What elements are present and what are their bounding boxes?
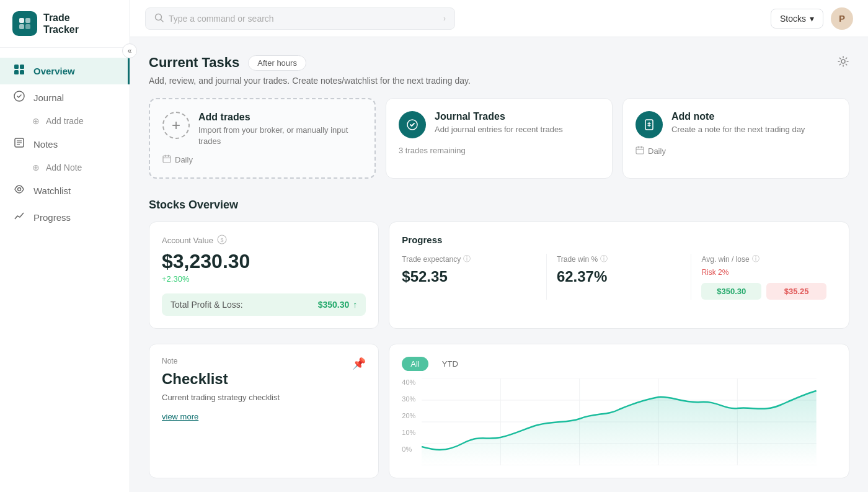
svg-rect-17: [163, 156, 170, 163]
add-trades-title: Add trades: [198, 112, 362, 123]
task-card-add-trades[interactable]: + Add trades Import from your broker, or…: [149, 98, 376, 179]
win-bar: $350.30: [701, 283, 761, 300]
chart-area: 40% 30% 20% 10% 0%: [402, 378, 836, 465]
sidebar-item-journal[interactable]: Journal: [0, 84, 130, 111]
svg-rect-1: [25, 18, 30, 23]
main-area: › Stocks ▾ P Current Tasks After hours A…: [130, 0, 868, 492]
chart-label-20: 20%: [402, 412, 415, 419]
add-trades-plus-icon: +: [162, 112, 190, 139]
task-card-add-note[interactable]: Add note Create a note for the next trad…: [622, 98, 849, 179]
account-value-card: Account Value $ $3,230.30 +2.30% Total P…: [149, 221, 379, 329]
metric-avg-sub: Risk 2%: [701, 268, 826, 277]
chart-tab-all[interactable]: All: [402, 357, 428, 371]
svg-rect-5: [20, 65, 24, 69]
metric-avg-win-lose: Avg. win / lose ⓘ Risk 2% $350.30 $35.25: [691, 254, 836, 300]
svg-point-13: [18, 188, 21, 191]
current-tasks-desc: Add, review, and journal your trades. Cr…: [149, 76, 849, 86]
info-icon-1: ⓘ: [463, 254, 471, 264]
add-trades-footer-text: Daily: [175, 155, 193, 164]
avatar[interactable]: P: [831, 7, 853, 30]
current-tasks-title: Current Tasks: [149, 55, 239, 71]
sidebar-item-progress[interactable]: Progress: [0, 204, 130, 231]
lose-bar: $35.25: [766, 283, 826, 300]
journal-icon: [12, 91, 26, 105]
sidebar-item-add-trade[interactable]: ⊕ Add trade: [0, 111, 130, 131]
settings-button[interactable]: [837, 55, 849, 71]
trades-remaining-text: 3 trades remaining: [399, 146, 466, 155]
search-input[interactable]: [169, 14, 438, 24]
view-more-link[interactable]: view more: [162, 412, 366, 421]
pnl-label: Total Profit & Loss:: [170, 300, 243, 310]
chart-svg: [402, 378, 817, 465]
logo-text-line2: Tracker: [43, 24, 79, 35]
logo-area: Trade Tracker: [0, 0, 130, 48]
chart-y-labels: 40% 30% 20% 10% 0%: [402, 378, 420, 453]
task-card-header-add-trades: + Add trades Import from your broker, or…: [162, 112, 362, 147]
progress-card: Progress Trade expectancy ⓘ $52.35: [389, 221, 849, 329]
chart-tab-ytd[interactable]: YTD: [433, 357, 467, 371]
note-desc: Current trading strategy checklist: [162, 393, 366, 402]
watchlist-icon: [12, 184, 26, 198]
metric-avg-label: Avg. win / lose ⓘ: [701, 254, 826, 264]
stocks-dropdown[interactable]: Stocks ▾: [771, 9, 823, 29]
progress-card-title: Progress: [402, 235, 836, 245]
task-card-header-add-note: Add note Create a note for the next trad…: [636, 111, 836, 138]
chart-label-10: 10%: [402, 429, 415, 436]
journal-trades-icon: [399, 111, 426, 138]
sidebar-item-add-note[interactable]: ⊕ Add Note: [0, 158, 130, 177]
bottom-cards-grid: Note 📌 Checklist Current trading strateg…: [149, 344, 849, 478]
task-card-journal-trades[interactable]: Journal Trades Add journal entries for r…: [386, 98, 613, 179]
chart-label-40: 40%: [402, 378, 415, 386]
note-type-label: Note: [162, 357, 177, 365]
note-card-header: Note 📌: [162, 357, 366, 370]
chart-tabs: All YTD: [402, 357, 836, 371]
metric-bars: $350.30 $35.25: [701, 283, 826, 300]
account-change-pct: +2.30%: [162, 274, 366, 284]
note-title: Checklist: [162, 370, 366, 388]
overview-icon: [12, 64, 26, 78]
overview-cards-grid: Account Value $ $3,230.30 +2.30% Total P…: [149, 221, 849, 329]
chevron-down-icon: ▾: [810, 14, 814, 24]
metric-expectancy-value: $52.35: [402, 268, 536, 285]
search-icon: [154, 13, 164, 24]
sidebar-item-label-watchlist: Watchlist: [33, 186, 71, 196]
pnl-bar: Total Profit & Loss: $350.30 ↑: [162, 293, 366, 316]
metric-expectancy-label: Trade expectancy ⓘ: [402, 254, 536, 264]
task-card-header-journal: Journal Trades Add journal entries for r…: [399, 111, 600, 138]
progress-icon: [12, 210, 26, 225]
sidebar: Trade Tracker « Overview: [0, 0, 130, 492]
note-card: Note 📌 Checklist Current trading strateg…: [149, 344, 379, 478]
account-value-label: Account Value $: [162, 235, 366, 246]
metric-trade-win: Trade win % ⓘ 62.37%: [547, 254, 692, 300]
journal-trades-title: Journal Trades: [435, 111, 563, 122]
svg-rect-0: [19, 18, 24, 23]
info-icon-2: ⓘ: [600, 254, 608, 264]
svg-rect-3: [25, 24, 30, 29]
add-note-icon-circle: [636, 111, 663, 138]
sidebar-item-watchlist[interactable]: Watchlist: [0, 177, 130, 204]
svg-rect-7: [20, 70, 24, 74]
chart-label-30: 30%: [402, 395, 415, 403]
sidebar-item-notes[interactable]: Notes: [0, 131, 130, 158]
metric-win-label: Trade win % ⓘ: [557, 254, 681, 264]
pnl-up-arrow: ↑: [353, 300, 357, 310]
add-note-footer-text: Daily: [648, 146, 666, 156]
pin-icon[interactable]: 📌: [352, 357, 366, 370]
dollar-icon: $: [217, 235, 227, 246]
svg-rect-2: [19, 24, 24, 29]
search-bar[interactable]: ›: [145, 7, 455, 30]
stocks-label: Stocks: [780, 14, 806, 24]
task-cards-grid: + Add trades Import from your broker, or…: [149, 98, 849, 179]
add-note-footer: Daily: [636, 146, 836, 156]
calendar-icon: [162, 154, 171, 165]
svg-rect-25: [636, 147, 644, 154]
info-icon-3: ⓘ: [752, 254, 760, 264]
sidebar-collapse-button[interactable]: «: [122, 43, 137, 58]
sidebar-item-label-overview: Overview: [33, 66, 75, 76]
journal-trades-desc: Add journal entries for recent trades: [435, 124, 563, 135]
add-trades-footer: Daily: [162, 154, 362, 165]
sidebar-sub-label-add-trade: Add trade: [46, 116, 84, 126]
current-tasks-header: Current Tasks After hours: [149, 55, 849, 71]
sidebar-item-overview[interactable]: Overview: [0, 58, 130, 84]
search-shortcut-icon: ›: [443, 14, 446, 23]
